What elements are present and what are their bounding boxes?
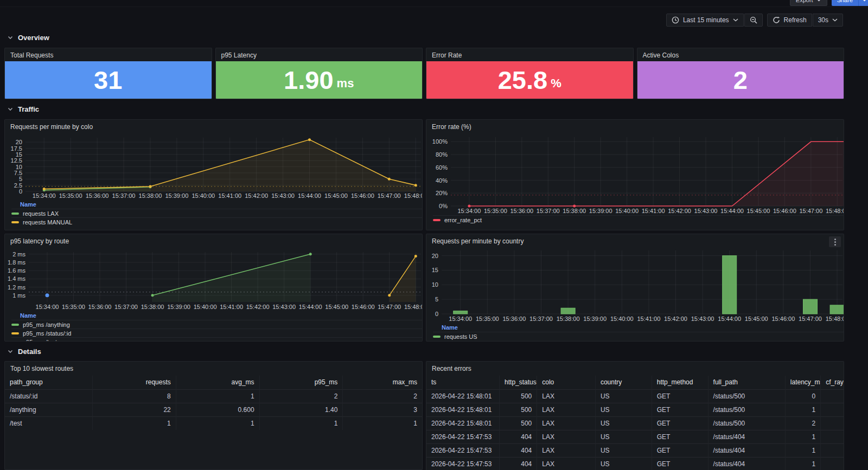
svg-text:5: 5 xyxy=(435,296,438,302)
panel-title: Error Rate xyxy=(426,48,633,61)
requests-by-country-chart[interactable]: 15:34:0015:35:0015:36:0015:37:0015:38:00… xyxy=(426,247,844,323)
table-cell: /status/404 xyxy=(708,443,785,457)
chart-legend: Namerequests LAXrequests MANUAL xyxy=(5,200,422,226)
legend-swatch xyxy=(11,341,19,342)
legend-item[interactable]: requests LAX xyxy=(11,209,422,217)
svg-text:15:37:00: 15:37:00 xyxy=(114,304,138,310)
svg-text:15:47:00: 15:47:00 xyxy=(378,304,401,310)
table-cell: GET xyxy=(652,457,708,470)
svg-text:15:35:00: 15:35:00 xyxy=(484,208,507,214)
svg-text:15:36:00: 15:36:00 xyxy=(502,316,526,322)
svg-text:15:45:00: 15:45:00 xyxy=(325,304,348,310)
table-header-row: path_grouprequestsavg_msp95_msmax_ms xyxy=(5,376,422,389)
svg-text:15:47:00: 15:47:00 xyxy=(799,316,822,322)
column-header[interactable]: full_path xyxy=(708,376,785,389)
table-row: 2026-04-22 15:47:53404LAXUSGET/status/40… xyxy=(426,457,844,470)
svg-text:15:37:00: 15:37:00 xyxy=(537,208,560,214)
svg-text:15:41:00: 15:41:00 xyxy=(220,304,243,310)
legend-name-header[interactable]: Name xyxy=(433,323,844,332)
svg-text:15:45:00: 15:45:00 xyxy=(745,316,768,322)
svg-text:15:43:00: 15:43:00 xyxy=(272,304,296,310)
svg-text:15:35:00: 15:35:00 xyxy=(62,304,85,310)
panel-menu-kebab-icon[interactable] xyxy=(829,236,841,247)
svg-text:15:44:00: 15:44:00 xyxy=(718,316,741,322)
table-row: 2026-04-22 15:48:01500LAXUSGET/status/50… xyxy=(426,389,844,403)
panel-title: Recent errors xyxy=(426,362,844,375)
section-header-overview[interactable]: Overview xyxy=(8,34,49,42)
legend-swatch xyxy=(11,324,19,326)
section-title: Traffic xyxy=(18,105,39,113)
legend-item[interactable]: requests MANUAL xyxy=(11,217,422,226)
export-button[interactable]: Export xyxy=(790,0,827,6)
column-header[interactable]: http_method xyxy=(652,376,708,389)
table-cell: 500 xyxy=(500,403,537,416)
column-header[interactable]: cf_ray xyxy=(821,376,844,389)
share-dropdown-button[interactable] xyxy=(858,0,868,6)
legend-item[interactable]: error_rate_pct xyxy=(433,215,844,224)
table-cell: /status/500 xyxy=(708,389,785,403)
table-row: /status/:id8122 xyxy=(5,389,422,403)
legend-item[interactable]: p95_ms /anything xyxy=(11,320,422,329)
column-header[interactable]: max_ms xyxy=(343,376,422,389)
time-range-picker[interactable]: Last 15 minutes xyxy=(666,14,744,27)
table-cell: US xyxy=(595,389,652,403)
zoom-out-icon xyxy=(750,16,757,24)
stat-value: 25.8 xyxy=(498,67,547,93)
stat-panel-total-requests: Total Requests 31 xyxy=(4,48,212,99)
error-rate-chart[interactable]: 15:34:0015:35:0015:36:0015:37:0015:38:00… xyxy=(426,133,844,215)
table-cell: 2 xyxy=(343,389,422,403)
column-header[interactable]: ts xyxy=(426,376,500,389)
column-header[interactable]: p95_ms xyxy=(259,376,343,389)
time-range-label: Last 15 minutes xyxy=(683,16,729,24)
svg-text:7.5: 7.5 xyxy=(14,170,22,176)
legend-item[interactable]: requests US xyxy=(433,332,844,340)
svg-text:0: 0 xyxy=(435,311,438,317)
refresh-interval-picker[interactable]: 30s xyxy=(813,14,843,27)
refresh-button[interactable]: Refresh xyxy=(767,14,812,27)
requests-by-colo-chart[interactable]: 15:34:0015:35:0015:36:0015:37:0015:38:00… xyxy=(5,133,422,200)
column-header[interactable]: avg_ms xyxy=(176,376,259,389)
legend-swatch xyxy=(433,219,441,221)
share-button[interactable]: Share xyxy=(832,0,858,6)
panel-title: Requests per minute by colo xyxy=(5,120,422,133)
section-header-traffic[interactable]: Traffic xyxy=(8,105,39,113)
svg-text:15:48:00: 15:48:00 xyxy=(404,304,422,310)
column-header[interactable]: colo xyxy=(537,376,596,389)
legend-swatch xyxy=(433,336,441,338)
svg-text:15:45:00: 15:45:00 xyxy=(747,208,770,214)
column-header[interactable]: latency_ms xyxy=(785,376,820,389)
legend-label: p95_ms /test xyxy=(23,339,57,342)
table-cell: LAX xyxy=(537,457,596,470)
legend-name-header[interactable]: Name xyxy=(11,200,422,209)
legend-name-header[interactable]: Name xyxy=(11,311,422,320)
table-cell: US xyxy=(595,416,652,430)
svg-text:15:44:00: 15:44:00 xyxy=(299,304,322,310)
table-cell: 404 xyxy=(500,457,537,470)
section-header-details[interactable]: Details xyxy=(8,347,41,356)
table-row: 2026-04-22 15:48:01500LAXUSGET/status/50… xyxy=(426,403,844,416)
column-header[interactable]: http_status xyxy=(500,376,537,389)
zoom-out-time-button[interactable] xyxy=(744,14,763,27)
table-cell: 404 xyxy=(500,430,537,443)
chevron-down-icon xyxy=(832,18,838,22)
column-header[interactable]: requests xyxy=(92,376,176,389)
stat-value-area: 25.8 % xyxy=(426,61,633,99)
table-cell: LAX xyxy=(537,430,596,443)
table-cell: 1 xyxy=(785,430,820,443)
column-header[interactable]: path_group xyxy=(5,376,92,389)
svg-text:15:39:00: 15:39:00 xyxy=(589,208,612,214)
table-cell: /anything xyxy=(5,403,92,416)
svg-text:15:43:00: 15:43:00 xyxy=(271,192,295,199)
column-header[interactable]: country xyxy=(595,376,652,389)
p95-latency-chart[interactable]: 15:34:0015:35:0015:36:0015:37:0015:38:00… xyxy=(5,247,422,311)
table-cell: 500 xyxy=(500,416,537,430)
svg-text:15:36:00: 15:36:00 xyxy=(88,304,112,310)
table-row: 2026-04-22 15:48:01500LAXUSGET/status/50… xyxy=(426,416,844,430)
legend-item[interactable]: p95_ms /test xyxy=(11,337,422,342)
legend-item[interactable]: p95_ms /status/:id xyxy=(11,329,422,337)
clock-icon xyxy=(672,16,679,24)
table-cell: 2026-04-22 15:47:53 xyxy=(426,457,500,470)
section-title: Overview xyxy=(18,34,49,42)
svg-text:15:40:00: 15:40:00 xyxy=(615,208,639,214)
table-cell: 1 xyxy=(785,457,820,470)
